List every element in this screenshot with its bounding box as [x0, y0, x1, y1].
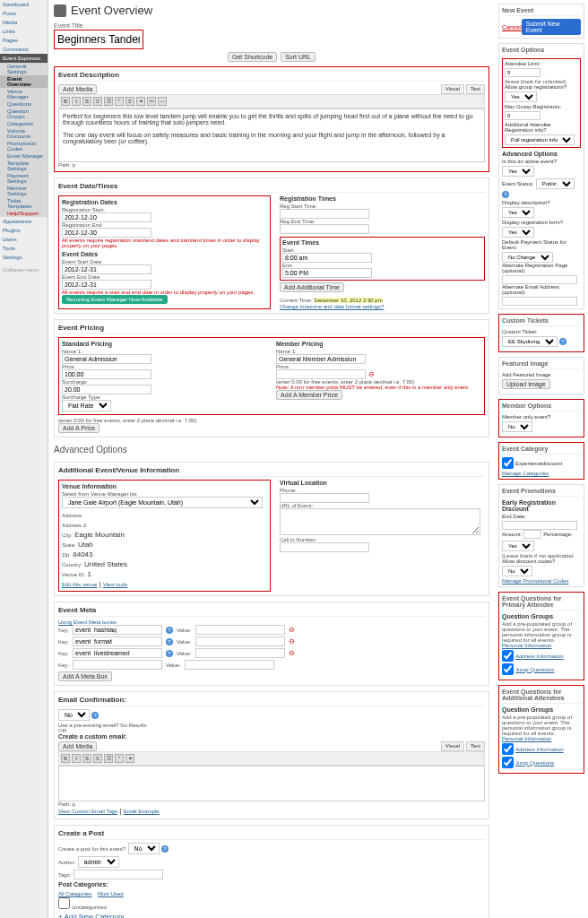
- send-conf-select[interactable]: No: [58, 709, 90, 721]
- allow-codes-select[interactable]: No: [502, 566, 532, 576]
- jump-q-checkbox[interactable]: [502, 663, 514, 675]
- subnav-help[interactable]: Help/Support: [0, 210, 48, 217]
- nav-tools[interactable]: Tools: [0, 244, 48, 253]
- add-meta-button[interactable]: Add A Meta Box: [58, 671, 112, 681]
- meta-val-1[interactable]: [195, 637, 285, 646]
- link-icon[interactable]: ⚭: [125, 754, 134, 763]
- reg-start-input[interactable]: [62, 212, 151, 222]
- help-icon[interactable]: ?: [91, 712, 99, 719]
- end-time-input[interactable]: [282, 268, 372, 278]
- reg-end-input[interactable]: [62, 228, 151, 238]
- description-editor[interactable]: Perfect for beginners this low level tan…: [58, 108, 485, 162]
- delete-meta-icon[interactable]: ⊖: [289, 626, 295, 634]
- strike-icon[interactable]: S: [82, 97, 91, 106]
- addl-personal-link[interactable]: Personal Information: [502, 736, 581, 741]
- start-time-input[interactable]: [282, 253, 372, 263]
- address-q-link[interactable]: Address Information: [515, 654, 564, 659]
- email-editor[interactable]: [58, 766, 485, 801]
- event-start-input[interactable]: [62, 264, 151, 274]
- timezone-link[interactable]: Change timezone and date format settings…: [280, 304, 485, 309]
- early-end-input[interactable]: [502, 521, 577, 530]
- callin-input[interactable]: [280, 542, 369, 552]
- bold-icon[interactable]: B: [61, 754, 70, 763]
- visual-tab[interactable]: Visual: [441, 84, 464, 94]
- list-icon[interactable]: ≡: [93, 97, 102, 106]
- email-add-media[interactable]: Add Media: [58, 741, 97, 751]
- add-new-cat-link[interactable]: + Add New Category: [58, 913, 485, 918]
- mem-name-input[interactable]: [276, 354, 366, 364]
- mem-price-input[interactable]: [276, 369, 366, 379]
- manage-promo-link[interactable]: Manage Promotional Codes: [502, 578, 581, 584]
- nav-plugins[interactable]: Plugins: [0, 226, 48, 235]
- reg-end-time-input[interactable]: [280, 224, 369, 234]
- delete-meta-icon[interactable]: ⊖: [289, 637, 295, 645]
- subnav-questions[interactable]: Questions: [0, 100, 48, 108]
- addl-address-checkbox[interactable]: [502, 743, 514, 755]
- std-price-input[interactable]: [62, 369, 151, 379]
- addl-jump-checkbox[interactable]: [502, 757, 514, 768]
- nav-pages[interactable]: Pages: [0, 36, 48, 45]
- nav-event-espresso[interactable]: Event Espresso: [0, 54, 48, 63]
- nav-posts[interactable]: Posts: [0, 9, 48, 18]
- phone-input[interactable]: [280, 493, 369, 503]
- ticket-select[interactable]: EE Skydiving: [502, 336, 558, 347]
- link-icon[interactable]: ⚭: [136, 97, 145, 106]
- addl-address-link[interactable]: Address Information: [515, 747, 564, 752]
- email-example-link[interactable]: Email Example: [124, 809, 160, 814]
- subnav-member[interactable]: Member Settings: [0, 185, 48, 197]
- active-select[interactable]: Yes: [502, 166, 534, 177]
- most-used-tab[interactable]: Most Used: [98, 891, 124, 896]
- venue-select[interactable]: Jane Gale Airport (Eagle Mountain, Utah): [62, 497, 263, 508]
- address-q-checkbox[interactable]: [502, 650, 514, 662]
- uncat-checkbox[interactable]: [58, 897, 70, 909]
- personal-info-link[interactable]: Personal Information: [502, 643, 581, 648]
- max-group-input[interactable]: [505, 111, 540, 120]
- all-cats-tab[interactable]: All Categories: [58, 891, 91, 896]
- view-guide-link[interactable]: View tools: [103, 582, 127, 587]
- create-post-select[interactable]: No: [128, 843, 160, 854]
- nav-links[interactable]: Links: [0, 27, 48, 36]
- default-payment-select[interactable]: No Change: [502, 252, 553, 263]
- quote-icon[interactable]: ": [115, 754, 124, 763]
- amount-input[interactable]: [523, 530, 541, 539]
- italic-icon[interactable]: I: [72, 97, 81, 106]
- help-icon[interactable]: ?: [166, 650, 173, 657]
- subnav-volume[interactable]: Volume Discounts: [0, 127, 48, 140]
- meta-key-3[interactable]: [73, 660, 162, 670]
- subnav-question-groups[interactable]: Question Groups: [0, 108, 48, 120]
- italic-icon[interactable]: I: [72, 754, 81, 763]
- surcharge-type-select[interactable]: Flat Rate: [62, 400, 111, 411]
- delete-price-icon[interactable]: ⊖: [368, 370, 375, 378]
- group-reg-select[interactable]: Yes: [505, 91, 537, 102]
- collapse-menu[interactable]: Collapse menu: [0, 265, 48, 274]
- upload-image-button[interactable]: Upload Image: [502, 379, 550, 389]
- alt-reg-input[interactable]: [502, 275, 577, 284]
- add-media-button[interactable]: Add Media: [58, 84, 97, 94]
- display-desc-select[interactable]: Yes: [502, 207, 534, 218]
- add-time-button[interactable]: Add Additional Time: [280, 282, 344, 292]
- subnav-categories[interactable]: Categories: [0, 120, 48, 127]
- meta-val-2[interactable]: [195, 648, 285, 658]
- add-member-price-button[interactable]: Add A Member Price: [276, 390, 342, 400]
- quote-icon[interactable]: ": [115, 97, 124, 106]
- subnav-venue[interactable]: Venue Manager: [0, 88, 48, 100]
- help-icon[interactable]: ?: [166, 638, 173, 645]
- event-end-input[interactable]: [62, 280, 151, 290]
- list-icon[interactable]: ≡: [93, 754, 102, 763]
- status-select[interactable]: Public: [536, 178, 575, 189]
- subnav-ticket-templates[interactable]: Ticket Templates: [0, 197, 48, 210]
- addl-jump-link[interactable]: Jump Questions: [515, 760, 554, 766]
- submit-event-button[interactable]: Submit New Event: [522, 19, 581, 35]
- meta-key-0[interactable]: [73, 625, 162, 635]
- std-name-input[interactable]: [62, 354, 151, 364]
- member-only-select[interactable]: No: [502, 421, 532, 432]
- att-limit-input[interactable]: [505, 68, 540, 77]
- email-visual-tab[interactable]: Visual: [441, 741, 464, 751]
- display-regform-select[interactable]: Yes: [502, 227, 534, 238]
- sort-url-button[interactable]: Sort URL: [281, 52, 316, 62]
- jump-q-link[interactable]: Jump Questions: [515, 667, 554, 672]
- add-price-button[interactable]: Add A Price: [58, 423, 99, 433]
- subnav-payment[interactable]: Payment Settings: [0, 172, 48, 185]
- help-icon[interactable]: ?: [161, 845, 169, 853]
- subnav-general[interactable]: General Settings: [0, 63, 48, 75]
